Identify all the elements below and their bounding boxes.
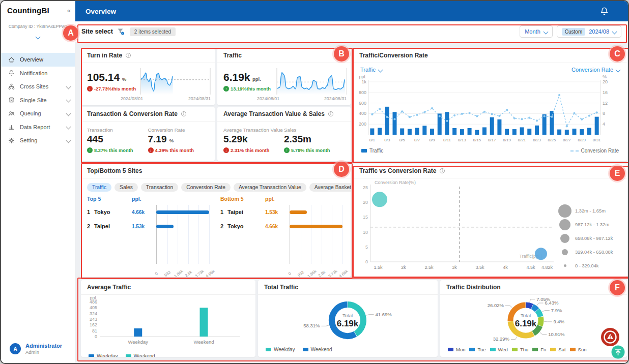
site-filter-funnel-icon[interactable] — [117, 28, 125, 35]
svg-text:200: 200 — [359, 122, 366, 127]
app-window: CountingBI « Company ID : Yk8rnAxEPPw3 O… — [0, 0, 629, 364]
site-select-label: Site select — [81, 28, 113, 35]
tab-sales[interactable]: Sales — [115, 183, 138, 192]
size-legend-item: 658.08k - 987.12k — [558, 231, 618, 245]
site-row[interactable]: 2Taipei1.53k — [87, 219, 209, 233]
average-traffic-legend: WeekdayWeekend — [81, 353, 255, 357]
total-traffic-card: Total Traffic 41.69%58.31%Total6.19k Wee… — [258, 280, 438, 357]
legend-item-sun[interactable]: Sun — [570, 347, 587, 352]
arrow-down-icon: ↓ — [87, 86, 93, 92]
legend-item-thu[interactable]: Thu — [512, 347, 528, 352]
date-end: 2024/08/31 — [324, 96, 347, 101]
svg-text:8/31: 8/31 — [593, 138, 601, 142]
sidebar: CountingBI « Company ID : Yk8rnAxEPPw3 O… — [1, 1, 75, 363]
tab-average-transaction-value[interactable]: Average Transaction Value — [234, 183, 306, 192]
svg-text:Total: Total — [521, 313, 531, 318]
sidebar-item-notification[interactable]: Notification — [1, 67, 75, 80]
svg-text:8/5: 8/5 — [399, 138, 406, 142]
right-series-select[interactable]: Conversion Rate — [571, 67, 620, 73]
tab-average-basket-size[interactable]: Average Basket Size — [309, 183, 351, 192]
tab-conversion-rate[interactable]: Conversion Rate — [181, 183, 231, 192]
svg-text:6.43%: 6.43% — [545, 300, 559, 306]
info-icon[interactable] — [125, 52, 131, 58]
sidebar-item-overview[interactable]: Overview — [1, 53, 75, 67]
user-name: Administrator — [25, 343, 62, 349]
svg-text:162: 162 — [90, 322, 97, 327]
info-icon[interactable] — [181, 111, 187, 117]
sidebar-item-cross-sites[interactable]: Cross Sites — [1, 80, 75, 94]
svg-text:8/17: 8/17 — [488, 138, 496, 142]
legend-item-sat[interactable]: Sat — [550, 347, 565, 352]
kpi-value: 6.19k — [223, 71, 250, 83]
site-name: Tokyo — [227, 223, 265, 229]
user-role: Admin — [25, 349, 62, 355]
svg-text:25: 25 — [363, 185, 368, 190]
size-dot — [560, 234, 569, 243]
date-range-value: 2024/08 — [589, 28, 609, 35]
bubble-chart: Conversion Rate(%)05101520251.5k2k2.5k3k… — [356, 179, 558, 274]
scroll-to-top-button[interactable] — [611, 345, 625, 359]
site-value: 4.66k — [265, 224, 290, 229]
svg-text:Weekend: Weekend — [194, 339, 214, 345]
legend-item-weekday[interactable]: Weekday — [266, 347, 295, 352]
home-icon — [8, 56, 15, 64]
legend-item-traffic[interactable]: Traffic — [361, 148, 383, 154]
legend-item-wed[interactable]: Wed — [490, 347, 508, 352]
sidebar-collapse-icon[interactable]: « — [67, 7, 71, 14]
legend-item-fri[interactable]: Fri — [532, 347, 546, 352]
legend-item-weekend[interactable]: Weekend — [126, 353, 155, 357]
period-select[interactable]: Month — [520, 25, 553, 38]
atv-sales-card: Average Transaction Value & Sales Averag… — [217, 107, 351, 161]
traffic-distribution-card: Traffic Distribution 7.05%6.43%7.9%9.4%1… — [440, 280, 627, 357]
legend-item-mon[interactable]: Mon — [448, 347, 465, 352]
avatar: A — [10, 343, 21, 354]
gear-icon — [8, 137, 15, 144]
dashboard-content: Turn in Rate 105.14 % ↓-27.73%this month… — [75, 42, 628, 363]
kpi-change: ↓-27.73%this month — [87, 86, 140, 92]
date-range-select[interactable]: Custom 2024/08 — [557, 25, 621, 38]
sidebar-item-data-report[interactable]: Data Report — [1, 120, 75, 134]
size-dot — [562, 249, 568, 255]
sidebar-item-setting[interactable]: Setting — [1, 134, 75, 147]
svg-text:7.9%: 7.9% — [551, 308, 562, 313]
legend-item-weekend[interactable]: Weekend — [303, 347, 332, 352]
info-icon[interactable] — [328, 111, 334, 117]
queue-icon — [8, 110, 15, 117]
arrow-up-to-top-icon — [611, 345, 625, 359]
user-profile[interactable]: A Administrator Admin — [1, 343, 75, 355]
size-dot — [558, 204, 571, 218]
svg-text:8: 8 — [603, 111, 605, 116]
top5-panel: Top 5ppl.1Tokyo4.66k2Taipei1.53k09321.86… — [87, 196, 212, 277]
svg-text:8/3: 8/3 — [384, 138, 390, 142]
sidebar-item-single-site[interactable]: Single Site — [1, 94, 75, 107]
svg-text:243: 243 — [90, 317, 97, 322]
svg-text:4.82k: 4.82k — [541, 265, 553, 270]
svg-text:8/1: 8/1 — [369, 138, 376, 142]
site-row[interactable]: 1Tokyo4.66k — [87, 205, 209, 219]
svg-text:6.19k: 6.19k — [515, 319, 537, 328]
date-start: 2024/08/01 — [121, 96, 143, 101]
bottom5-label: Bottom 5 — [220, 196, 265, 204]
site-value: 1.53k — [265, 209, 290, 215]
svg-text:58.31%: 58.31% — [303, 323, 320, 328]
svg-text:0: 0 — [365, 259, 368, 264]
notification-bell-button[interactable] — [599, 6, 610, 17]
company-chevron-down-icon[interactable] — [36, 35, 41, 40]
legend-item-weekday[interactable]: Weekday — [89, 353, 118, 357]
site-row[interactable]: 1Taipei1.53k — [220, 205, 342, 219]
left-series-select[interactable]: Traffic — [360, 67, 382, 73]
transaction-conversion-card: Transaction & Conversion Rate Transactio… — [81, 107, 215, 161]
site-row[interactable]: 2Tokyo4.66k — [220, 219, 342, 233]
legend-item-conversion-rate[interactable]: Conversion Rate — [570, 148, 619, 154]
svg-text:5: 5 — [365, 245, 368, 250]
svg-text:8/9: 8/9 — [429, 138, 435, 142]
svg-text:2.5k: 2.5k — [424, 265, 434, 270]
site-value: 1.53k — [132, 224, 156, 229]
alert-floating-button[interactable] — [601, 327, 620, 347]
info-icon[interactable] — [439, 168, 445, 174]
tab-transaction[interactable]: Transaction — [141, 183, 178, 192]
legend-item-tue[interactable]: Tue — [469, 347, 485, 352]
sidebar-item-queuing[interactable]: Queuing — [1, 107, 75, 120]
svg-text:324: 324 — [90, 311, 97, 316]
tab-traffic[interactable]: Traffic — [87, 183, 111, 192]
